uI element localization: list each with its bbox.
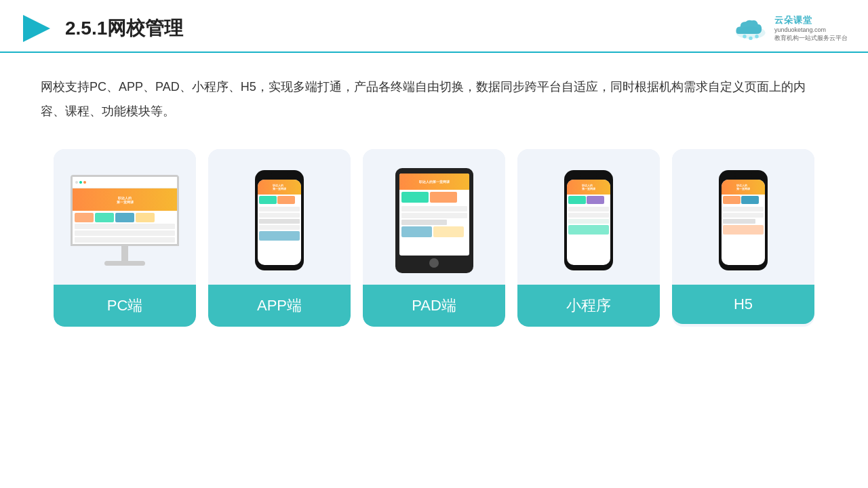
- svg-marker-0: [23, 15, 50, 42]
- tablet-screen: 职达人的第一堂网课: [399, 174, 469, 256]
- svg-point-3: [749, 37, 752, 40]
- card-label-pad: PAD端: [363, 285, 505, 327]
- phone-notch: [271, 173, 288, 177]
- tablet-home-btn: [429, 258, 439, 268]
- logo-area: 云朵课堂 yunduoketang.com 教育机构一站式服务云平台: [732, 14, 848, 42]
- card-miniprogram: 职达人的第一堂网课: [517, 149, 660, 327]
- svg-point-4: [755, 35, 758, 38]
- logo-tagline: 教育机构一站式服务云平台: [774, 35, 848, 43]
- card-label-pc: PC端: [54, 285, 196, 327]
- phone-screen-mini: 职达人的第一堂网课: [567, 180, 610, 265]
- card-image-app: 职达人的第一堂网课: [208, 149, 351, 285]
- play-icon: [20, 12, 53, 45]
- card-label-miniprogram: 小程序: [517, 285, 660, 327]
- monitor-device: 职达人的第一堂网课: [71, 175, 179, 266]
- cloud-logo-icon: [732, 16, 769, 41]
- card-image-miniprogram: 职达人的第一堂网课: [517, 149, 660, 285]
- page-title: 2.5.1网校管理: [65, 16, 183, 41]
- header-left: 2.5.1网校管理: [20, 12, 183, 45]
- description-text: 网校支持PC、APP、PAD、小程序、H5，实现多端打通，产品各终端自由切换，数…: [0, 53, 868, 123]
- monitor-stand: [121, 246, 128, 261]
- card-image-h5: 职达人的第一堂网课: [672, 149, 814, 285]
- phone-device-app: 职达人的第一堂网课: [255, 170, 304, 270]
- header: 2.5.1网校管理 云朵课堂 yunduoketang.com 教育机构一站式服…: [0, 0, 868, 53]
- logo-name: 云朵课堂: [774, 14, 812, 26]
- card-label-h5: H5: [672, 285, 814, 324]
- card-image-pc: 职达人的第一堂网课: [54, 149, 196, 285]
- phone-screen-app: 职达人的第一堂网课: [258, 180, 301, 265]
- monitor-screen: 职达人的第一堂网课: [71, 175, 179, 246]
- card-label-app: APP端: [208, 285, 351, 327]
- phone-device-miniprogram: 职达人的第一堂网课: [564, 170, 613, 270]
- tablet-device: 职达人的第一堂网课: [395, 168, 473, 273]
- card-image-pad: 职达人的第一堂网课: [363, 149, 505, 285]
- phone-device-h5: 职达人的第一堂网课: [719, 170, 768, 270]
- card-pc: 职达人的第一堂网课: [54, 149, 196, 327]
- monitor-base: [104, 261, 145, 266]
- phone-notch-h5: [734, 173, 752, 177]
- description-content: 网校支持PC、APP、PAD、小程序、H5，实现多端打通，产品各终端自由切换，数…: [41, 80, 806, 118]
- card-pad: 职达人的第一堂网课: [363, 149, 505, 327]
- phone-notch-mini: [580, 173, 597, 177]
- card-h5: 职达人的第一堂网课: [672, 149, 814, 327]
- phone-screen-h5: 职达人的第一堂网课: [722, 180, 765, 265]
- logo-url: yunduoketang.com: [774, 26, 826, 35]
- logo-text-block: 云朵课堂 yunduoketang.com 教育机构一站式服务云平台: [774, 14, 848, 42]
- card-app: 职达人的第一堂网课: [208, 149, 351, 327]
- svg-point-2: [743, 35, 746, 38]
- cards-section: 职达人的第一堂网课: [0, 123, 868, 327]
